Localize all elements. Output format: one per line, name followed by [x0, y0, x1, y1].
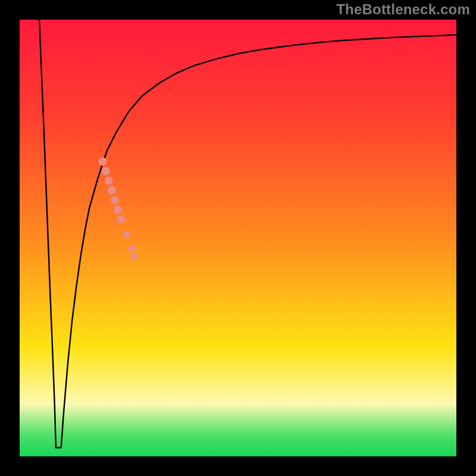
watermark-text: TheBottleneck.com — [336, 1, 470, 18]
bottleneck-chart — [0, 0, 476, 476]
curve-marker — [105, 177, 113, 185]
chart-stage: TheBottleneck.com — [0, 0, 476, 476]
curve-marker — [114, 205, 122, 214]
curve-marker — [108, 186, 116, 195]
plot-background — [20, 20, 456, 456]
curve-marker — [131, 253, 138, 260]
curve-marker — [129, 245, 136, 252]
curve-marker — [117, 215, 125, 223]
curve-marker — [123, 231, 130, 238]
curve-marker — [102, 167, 110, 176]
curve-marker — [111, 196, 119, 204]
curve-marker — [98, 158, 107, 166]
